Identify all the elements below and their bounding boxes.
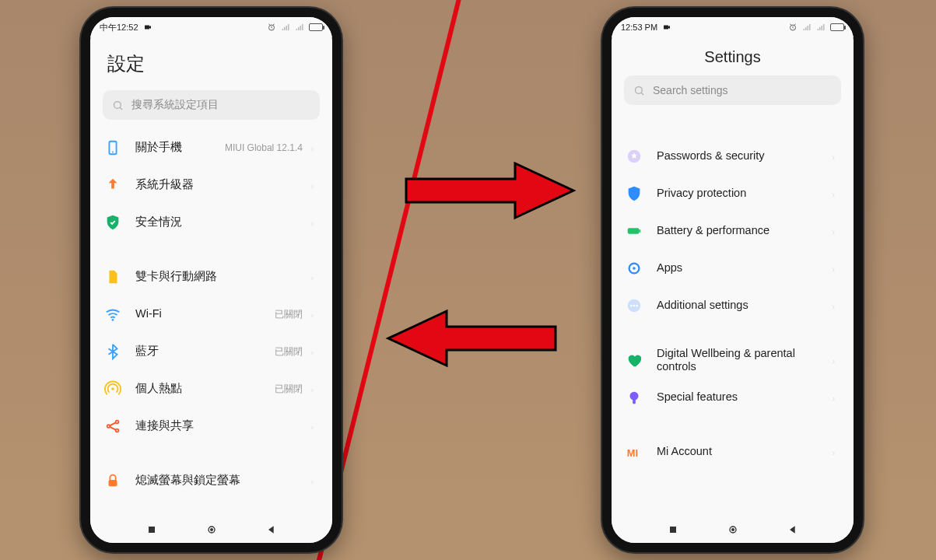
nav-bar (90, 516, 332, 543)
nav-back-icon[interactable] (787, 523, 799, 536)
chevron-right-icon (309, 384, 315, 394)
camera-icon (143, 23, 152, 32)
chevron-right-icon (309, 143, 315, 152)
chevron-right-icon (309, 272, 315, 282)
settings-row-bluetooth[interactable]: 藍牙已關閉 (95, 333, 328, 370)
chevron-right-icon (830, 393, 836, 402)
chevron-right-icon (309, 422, 315, 431)
settings-list: 關於手機MIUI Global 12.1.4系統升級器安全情況雙卡與行動網路Wi… (90, 129, 332, 499)
row-label: 連接與共享 (135, 419, 309, 432)
chevron-right-icon (309, 180, 315, 190)
row-label: 熄滅螢幕與鎖定螢幕 (135, 474, 309, 487)
chevron-right-icon (830, 189, 836, 198)
signal-icon (295, 23, 304, 32)
lock-icon (104, 472, 121, 489)
chevron-right-icon (309, 218, 315, 227)
svg-point-23 (630, 305, 633, 307)
nav-home-icon[interactable] (727, 523, 739, 536)
chevron-right-icon (309, 347, 315, 356)
chevron-right-icon (830, 226, 836, 236)
row-label: Additional settings (657, 299, 830, 312)
settings-row-apps[interactable]: Apps (616, 250, 849, 287)
group-separator (95, 241, 328, 258)
settings-row-battery[interactable]: Battery & performance (616, 212, 849, 250)
nav-home-icon[interactable] (205, 523, 218, 536)
status-bar: 中午12:52 (90, 17, 332, 37)
sim-icon (104, 268, 121, 285)
svg-point-24 (633, 305, 636, 307)
row-label: 安全情況 (135, 215, 309, 229)
arrow-left-icon (384, 303, 563, 373)
row-value: 已關閉 (275, 345, 303, 359)
row-value: 已關閉 (275, 308, 303, 321)
status-bar: 12:53 PM (612, 17, 854, 37)
chevron-right-icon (309, 476, 315, 485)
nav-recents-icon[interactable] (145, 523, 158, 536)
row-label: 關於手機 (135, 141, 225, 154)
settings-row-share[interactable]: 連接與共享 (95, 408, 328, 445)
svg-point-7 (107, 425, 110, 428)
group-separator (616, 324, 849, 341)
settings-row-lock[interactable]: 熄滅螢幕與鎖定螢幕 (95, 462, 328, 499)
row-label: Wi-Fi (135, 307, 275, 320)
svg-point-6 (111, 387, 114, 390)
svg-point-2 (114, 101, 121, 108)
wifi-icon (104, 306, 121, 323)
row-value: MIUI Global 12.1.4 (225, 142, 303, 153)
settings-row-hotspot[interactable]: 個人熱點已關閉 (95, 370, 328, 408)
search-input[interactable]: 搜尋系統設定項目 (103, 90, 320, 120)
settings-row-mi[interactable]: MIMi Account (616, 433, 849, 471)
svg-point-26 (630, 392, 639, 401)
svg-rect-27 (633, 400, 636, 404)
search-icon (633, 85, 645, 96)
row-label: Passwords & security (657, 149, 830, 163)
svg-point-5 (112, 319, 114, 321)
security-icon (104, 214, 121, 231)
row-label: 雙卡與行動網路 (135, 270, 309, 283)
update-icon (104, 177, 121, 194)
search-input[interactable]: Search settings (624, 75, 841, 105)
row-label: Privacy protection (657, 187, 830, 200)
signal-icon (816, 23, 826, 32)
camera-icon (662, 23, 671, 32)
svg-point-4 (112, 152, 114, 153)
apps-icon (626, 260, 643, 277)
settings-row-wellbeing[interactable]: Digital Wellbeing & parental controls (616, 341, 849, 379)
share-icon (104, 418, 121, 435)
settings-row-sim[interactable]: 雙卡與行動網路 (95, 258, 328, 296)
battery-icon (626, 222, 643, 240)
settings-row-update[interactable]: 系統升級器 (95, 166, 328, 204)
settings-row-more[interactable]: Additional settings (616, 287, 849, 324)
svg-point-31 (731, 528, 734, 531)
settings-row-wifi[interactable]: Wi-Fi已關閉 (95, 296, 328, 333)
battery-icon (309, 23, 323, 31)
svg-rect-0 (145, 26, 149, 30)
nav-back-icon[interactable] (265, 523, 278, 536)
privacy-icon (626, 185, 643, 202)
settings-row-security[interactable]: 安全情況 (95, 204, 328, 241)
settings-row-about[interactable]: 關於手機MIUI Global 12.1.4 (95, 129, 328, 166)
nav-recents-icon[interactable] (667, 523, 679, 536)
page-title: 設定 (90, 37, 332, 84)
phone-frame-right: 12:53 PM Settings Search settings Passwo… (602, 8, 863, 552)
row-label: Digital Wellbeing & parental controls (657, 347, 830, 374)
svg-text:MI: MI (627, 447, 638, 459)
mi-icon: MI (626, 443, 643, 460)
settings-row-special[interactable]: Special features (616, 379, 849, 416)
chevron-right-icon (830, 301, 836, 310)
special-icon (626, 389, 643, 406)
phone-frame-left: 中午12:52 設定 搜尋系統設定項目 關於手機MIUI Global 12.1… (81, 8, 342, 552)
page-title: Settings (612, 37, 854, 69)
battery-icon (830, 23, 844, 31)
row-label: Battery & performance (657, 224, 830, 237)
signal-icon (281, 23, 290, 32)
arrow-right-icon (398, 156, 577, 226)
svg-rect-18 (628, 228, 640, 233)
hotspot-icon (104, 380, 121, 397)
row-label: Mi Account (657, 445, 830, 458)
row-label: Apps (657, 261, 830, 275)
settings-row-password[interactable]: Passwords & security (616, 138, 849, 175)
svg-rect-10 (109, 480, 117, 486)
about-icon (104, 139, 121, 156)
settings-row-privacy[interactable]: Privacy protection (616, 175, 849, 212)
